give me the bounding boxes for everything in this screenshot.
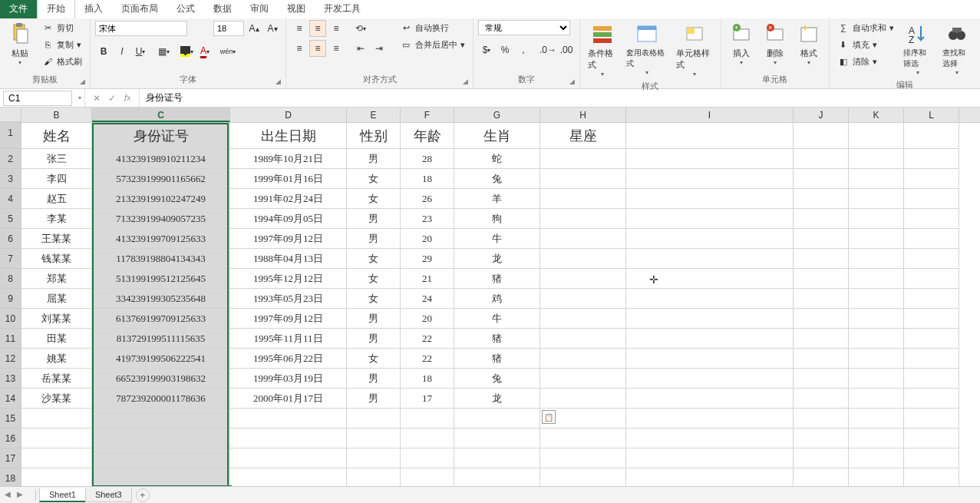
cell[interactable]: 身份证号 bbox=[92, 123, 230, 149]
cell[interactable] bbox=[904, 209, 959, 229]
row-header[interactable]: 13 bbox=[0, 369, 21, 389]
cell[interactable]: 21 bbox=[401, 269, 454, 289]
name-box[interactable] bbox=[3, 91, 72, 106]
sheet-nav-prev[interactable]: ◀ bbox=[5, 490, 15, 501]
row-header[interactable]: 11 bbox=[0, 329, 21, 349]
cell-styles-button[interactable]: 单元格样式▾ bbox=[673, 20, 716, 79]
cell[interactable]: 28 bbox=[401, 149, 454, 169]
cell[interactable] bbox=[230, 429, 347, 448]
launcher-icon[interactable]: ◢ bbox=[463, 78, 468, 85]
align-left-button[interactable]: ≡ bbox=[291, 40, 308, 57]
tab-insert[interactable]: 插入 bbox=[75, 0, 112, 18]
cell[interactable] bbox=[92, 409, 230, 429]
cell[interactable] bbox=[540, 289, 626, 309]
cell[interactable] bbox=[540, 389, 626, 409]
font-size-select[interactable] bbox=[213, 21, 244, 36]
cell[interactable] bbox=[347, 429, 401, 448]
decrease-decimal-button[interactable]: .00 bbox=[558, 41, 575, 58]
cell[interactable] bbox=[626, 329, 794, 349]
cell[interactable]: 665239199903198632 bbox=[92, 369, 230, 389]
cell[interactable]: 213239199102247249 bbox=[92, 189, 230, 209]
cell[interactable] bbox=[626, 349, 794, 369]
align-center-button[interactable]: ≡ bbox=[309, 40, 326, 57]
fill-button[interactable]: ⬇填充▾ bbox=[834, 37, 897, 52]
fill-color-button[interactable]: ◆▾ bbox=[178, 43, 195, 60]
cell[interactable] bbox=[794, 329, 849, 349]
row-header[interactable]: 4 bbox=[0, 189, 21, 209]
cell[interactable] bbox=[626, 229, 794, 249]
cell[interactable]: 星座 bbox=[540, 123, 626, 149]
cell[interactable] bbox=[92, 448, 230, 468]
row-header[interactable]: 2 bbox=[0, 149, 21, 169]
cell[interactable]: 1995年11月11日 bbox=[230, 329, 347, 349]
row-header[interactable]: 15 bbox=[0, 409, 21, 429]
cell[interactable] bbox=[794, 229, 849, 249]
cell[interactable]: 钱某某 bbox=[21, 249, 92, 269]
launcher-icon[interactable]: ◢ bbox=[276, 78, 281, 85]
sort-filter-button[interactable]: AZ 排序和筛选▾ bbox=[900, 20, 936, 78]
cell[interactable]: 513199199512125645 bbox=[92, 269, 230, 289]
cell[interactable]: 男 bbox=[347, 149, 401, 169]
cell[interactable]: 413239199709125633 bbox=[92, 229, 230, 249]
col-header-E[interactable]: E bbox=[347, 108, 401, 122]
cell[interactable] bbox=[849, 369, 904, 389]
cell[interactable] bbox=[21, 429, 92, 448]
cell[interactable] bbox=[540, 429, 626, 448]
cell[interactable] bbox=[849, 229, 904, 249]
cell[interactable] bbox=[21, 448, 92, 468]
cell[interactable] bbox=[540, 169, 626, 189]
cancel-formula-button[interactable]: ✕ bbox=[90, 91, 104, 105]
cell[interactable] bbox=[849, 189, 904, 209]
cell[interactable]: 狗 bbox=[454, 209, 540, 229]
col-header-K[interactable]: K bbox=[849, 108, 904, 122]
increase-decimal-button[interactable]: .0→ bbox=[539, 41, 556, 58]
cell[interactable]: 年龄 bbox=[401, 123, 454, 149]
cell[interactable] bbox=[849, 249, 904, 269]
cell[interactable] bbox=[540, 189, 626, 209]
cell[interactable]: 猪 bbox=[454, 329, 540, 349]
sheet-nav-next[interactable]: ▶ bbox=[17, 490, 28, 501]
cell[interactable] bbox=[794, 209, 849, 229]
cell[interactable]: 田某 bbox=[21, 329, 92, 349]
cell[interactable] bbox=[904, 189, 959, 209]
tab-review[interactable]: 审阅 bbox=[241, 0, 278, 18]
cell[interactable]: 王某某 bbox=[21, 229, 92, 249]
cell[interactable] bbox=[904, 269, 959, 289]
cell[interactable]: 1999年01月16日 bbox=[230, 169, 347, 189]
cell[interactable] bbox=[626, 209, 794, 229]
cell[interactable]: 刘某某 bbox=[21, 309, 92, 329]
tab-data[interactable]: 数据 bbox=[204, 0, 241, 18]
sheet-tab-3[interactable]: Sheet3 bbox=[85, 488, 132, 502]
paste-button[interactable]: 粘贴 ▾ bbox=[5, 20, 35, 68]
cell[interactable]: 郑某 bbox=[21, 269, 92, 289]
tab-layout[interactable]: 页面布局 bbox=[112, 0, 167, 18]
col-header-G[interactable]: G bbox=[454, 108, 540, 122]
cell[interactable]: 李某 bbox=[21, 209, 92, 229]
cell[interactable]: 牛 bbox=[454, 309, 540, 329]
cell[interactable] bbox=[230, 409, 347, 429]
tab-dev[interactable]: 开发工具 bbox=[315, 0, 370, 18]
row-header[interactable]: 17 bbox=[0, 448, 21, 468]
cell[interactable] bbox=[794, 123, 849, 149]
cell[interactable] bbox=[849, 209, 904, 229]
cell[interactable]: 鸡 bbox=[454, 289, 540, 309]
cell[interactable]: 女 bbox=[347, 349, 401, 369]
cell[interactable]: 334239199305235648 bbox=[92, 289, 230, 309]
decrease-font-button[interactable]: A▾ bbox=[264, 20, 281, 37]
cell[interactable]: 1999年03月19日 bbox=[230, 369, 347, 389]
col-header-C[interactable]: C bbox=[92, 108, 230, 122]
cell[interactable]: 1997年09月12日 bbox=[230, 229, 347, 249]
cell[interactable] bbox=[626, 369, 794, 389]
cell[interactable]: 22 bbox=[401, 349, 454, 369]
border-button[interactable]: ▦▾ bbox=[155, 43, 172, 60]
decrease-indent-button[interactable]: ⇤ bbox=[352, 40, 369, 57]
tab-file[interactable]: 文件 bbox=[0, 0, 37, 18]
italic-button[interactable]: I bbox=[114, 43, 130, 60]
cell[interactable] bbox=[904, 149, 959, 169]
cell[interactable]: 413239198910211234 bbox=[92, 149, 230, 169]
wrap-text-button[interactable]: ↩自动换行 bbox=[397, 20, 468, 35]
cell[interactable] bbox=[849, 169, 904, 189]
bold-button[interactable]: B bbox=[95, 43, 112, 60]
insert-cells-button[interactable]: + 插入▾ bbox=[726, 20, 757, 68]
cell[interactable] bbox=[849, 448, 904, 468]
